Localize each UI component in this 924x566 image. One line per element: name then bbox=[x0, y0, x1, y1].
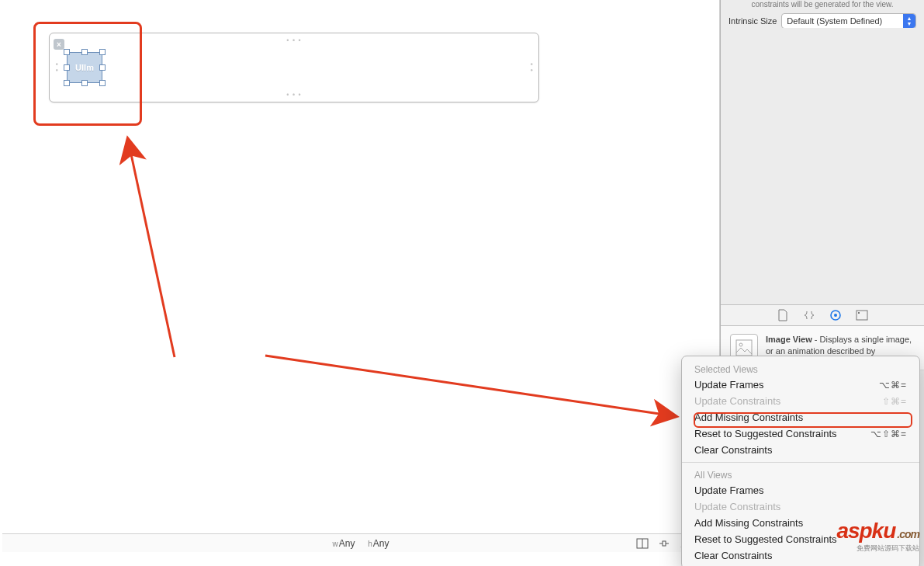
menu-item-shortcut: ⌥⌘= bbox=[879, 380, 907, 391]
menu-item[interactable]: Clear Constraints bbox=[682, 442, 919, 458]
menu-item-label: Update Constraints bbox=[694, 501, 780, 512]
menu-item-label: Reset to Suggested Constraints bbox=[694, 428, 837, 439]
resize-grip-left[interactable]: • • bbox=[53, 63, 61, 72]
selection-handle[interactable] bbox=[99, 49, 106, 55]
library-tab-bar bbox=[721, 304, 924, 326]
inspector-empty-area bbox=[721, 28, 924, 303]
intrinsic-size-select[interactable]: Default (System Defined) ▲▼ bbox=[781, 13, 916, 29]
selection-handle[interactable] bbox=[99, 80, 106, 86]
menu-separator bbox=[682, 462, 919, 463]
selection-handle[interactable] bbox=[81, 49, 88, 55]
menu-item[interactable]: Add Missing Constraints bbox=[682, 409, 919, 425]
size-class-control[interactable]: wAny hAny bbox=[333, 538, 389, 549]
menu-item[interactable]: Reset to Suggested Constraints⌥⇧⌘= bbox=[682, 425, 919, 442]
object-library-tab-icon[interactable] bbox=[829, 308, 843, 322]
media-library-tab-icon[interactable] bbox=[855, 308, 869, 322]
size-class-w: Any bbox=[339, 538, 355, 549]
resize-grip-right[interactable]: • • bbox=[528, 63, 535, 72]
svg-point-9 bbox=[834, 314, 837, 317]
intrinsic-size-value: Default (System Defined) bbox=[787, 16, 882, 26]
interface-builder-canvas[interactable]: • • • • • • • • • • UIIm × wAny hAny bbox=[0, 0, 720, 566]
menu-section-all: All Views bbox=[682, 467, 919, 482]
menu-item: Update Constraints bbox=[682, 498, 919, 515]
pin-tool-icon[interactable] bbox=[657, 537, 671, 550]
align-tool-icon[interactable] bbox=[635, 537, 649, 550]
svg-rect-12 bbox=[736, 340, 752, 356]
svg-rect-10 bbox=[857, 311, 867, 320]
menu-item-label: Add Missing Constraints bbox=[694, 517, 803, 529]
svg-rect-11 bbox=[858, 312, 860, 314]
menu-item-label: Add Missing Constraints bbox=[694, 411, 803, 423]
svg-point-13 bbox=[739, 343, 742, 346]
selection-handle[interactable] bbox=[99, 64, 106, 71]
selection-handle[interactable] bbox=[64, 49, 70, 55]
selection-handle[interactable] bbox=[64, 64, 70, 71]
menu-item-label: Clear Constraints bbox=[694, 550, 772, 561]
select-arrows-icon: ▲▼ bbox=[903, 14, 915, 28]
menu-section-selected: Selected Views bbox=[682, 361, 919, 377]
selection-handle[interactable] bbox=[81, 80, 88, 86]
close-icon[interactable]: × bbox=[54, 39, 64, 50]
menu-item-label: Reset to Suggested Constraints bbox=[694, 533, 837, 545]
size-class-h: Any bbox=[373, 538, 389, 549]
resize-grip-top[interactable]: • • • bbox=[286, 36, 301, 44]
code-snippet-tab-icon[interactable] bbox=[802, 308, 816, 322]
selection-handle[interactable] bbox=[64, 80, 70, 86]
menu-item-label: Update Constraints bbox=[694, 395, 780, 407]
canvas-inner[interactable]: • • • • • • • • • • UIIm × bbox=[2, 0, 720, 552]
uiimageview-label: UIIm bbox=[75, 63, 94, 72]
file-template-tab-icon[interactable] bbox=[776, 308, 790, 322]
intrinsic-size-label: Intrinsic Size bbox=[728, 16, 777, 26]
menu-item[interactable]: Update Frames bbox=[682, 482, 919, 498]
menu-item-shortcut: ⇧⌘= bbox=[882, 396, 907, 407]
menu-item-label: Update Frames bbox=[694, 379, 764, 391]
constraint-hint-text: constraints will be generated for the vi… bbox=[721, 0, 924, 9]
svg-rect-3 bbox=[663, 541, 666, 546]
watermark: aspku.com 免费网站源码下载站 bbox=[836, 519, 919, 554]
menu-item[interactable]: Update Frames⌥⌘= bbox=[682, 377, 919, 393]
menu-item-label: Clear Constraints bbox=[694, 444, 772, 456]
menu-item-label: Update Frames bbox=[694, 484, 764, 496]
menu-item-shortcut: ⌥⇧⌘= bbox=[870, 429, 907, 439]
resize-grip-bottom[interactable]: • • • bbox=[286, 91, 301, 99]
menu-item: Update Constraints⇧⌘= bbox=[682, 393, 919, 409]
container-view[interactable]: • • • • • • • • • • UIIm bbox=[49, 33, 539, 102]
uiimageview-selected[interactable]: UIIm bbox=[67, 52, 102, 83]
size-class-bar[interactable]: wAny hAny bbox=[2, 533, 719, 552]
